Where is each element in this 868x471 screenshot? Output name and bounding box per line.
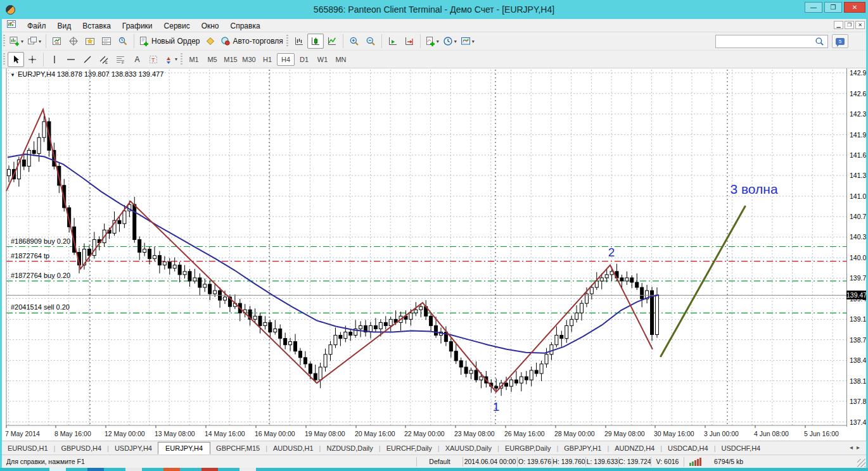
timeframe-button-M5[interactable]: M5 [203, 53, 221, 66]
chart-tab-GBPUSD,H4[interactable]: GBPUSD,H4 [55, 443, 107, 454]
chart-tab-NZDUSD,Daily[interactable]: NZDUSD,Daily [321, 443, 378, 454]
text-tool-button[interactable]: A [129, 52, 145, 67]
new-order-button[interactable]: Новый Ордер [137, 34, 201, 49]
order-line-label[interactable]: #1872764 buy 0.20 [11, 272, 70, 279]
timeframe-button-H4[interactable]: H4 [277, 53, 295, 66]
taskbar-icon[interactable] [163, 468, 180, 471]
taskbar-icon[interactable] [87, 468, 104, 471]
menu-item-Окно[interactable]: Окно [196, 20, 225, 32]
chart-tab-USDJPY,H4[interactable]: USDJPY,H4 [109, 443, 158, 454]
chart-tab-EURJPY,H4[interactable]: EURJPY,H4 [158, 442, 210, 455]
order-line-label[interactable]: #1872764 tp [11, 252, 49, 260]
taskbar-icon[interactable] [125, 468, 142, 471]
chart-tab-USDCHF,H4[interactable]: USDCHF,H4 [716, 443, 767, 454]
time-axis-label: 5 Jun 16:00 [804, 430, 839, 437]
menu-item-Вставка[interactable]: Вставка [77, 20, 117, 32]
chart-tab-XAUUSD,Daily[interactable]: XAUUSD,Daily [440, 443, 497, 454]
chart-tab-USDCAD,H4[interactable]: USDCAD,H4 [662, 443, 714, 454]
terminal-button[interactable] [98, 34, 115, 49]
chart-tab-AUDUSD,H1[interactable]: AUDUSD,H1 [267, 443, 319, 454]
menu-item-Файл[interactable]: Файл [22, 20, 52, 32]
timeframe-button-M30[interactable]: M30 [240, 53, 258, 66]
taskbar-icon[interactable] [239, 468, 256, 471]
new-chart-button[interactable]: ▾ [8, 34, 25, 49]
channel-tool-button[interactable]: E [96, 52, 112, 67]
search-icon[interactable] [815, 37, 824, 49]
fibonacci-tool-button[interactable]: F [112, 52, 129, 67]
toolbar-grip[interactable] [286, 35, 288, 47]
child-minimize-button[interactable]: ▁ [834, 21, 843, 29]
market-watch-button[interactable] [49, 34, 65, 49]
menu-item-Справка[interactable]: Справка [225, 20, 266, 32]
data-window-button[interactable] [65, 34, 82, 49]
chart-tab-GBPJPY,H1[interactable]: GBPJPY,H1 [558, 443, 607, 454]
navigator-button[interactable] [82, 34, 98, 49]
price-axis-label: 142.320 [850, 110, 868, 118]
order-line-label[interactable]: #2041514 sell 0.20 [11, 303, 70, 311]
metaeditor-button[interactable] [202, 34, 219, 49]
price-scale[interactable] [846, 68, 866, 427]
timeframe-button-M15[interactable]: M15 [222, 53, 239, 66]
periods-button[interactable]: ▾ [441, 34, 459, 49]
timeframe-button-D1[interactable]: D1 [295, 53, 313, 66]
timeframe-button-M1[interactable]: M1 [185, 53, 203, 66]
fibonacci-icon: F [115, 54, 125, 65]
auto-scroll-button[interactable] [385, 34, 401, 49]
arrows-tool-button[interactable]: ▾ [162, 52, 179, 67]
bar-chart-button[interactable] [291, 34, 307, 49]
taskbar-icon[interactable] [49, 468, 66, 471]
menu-item-Сервис[interactable]: Сервис [158, 20, 196, 32]
chart-tab-EURCHF,Daily[interactable]: EURCHF,Daily [381, 443, 438, 454]
timeframe-button-W1[interactable]: W1 [314, 53, 331, 66]
chart-tab-EURUSD,H1[interactable]: EURUSD,H1 [2, 443, 54, 454]
child-close-button[interactable]: ✕ [855, 21, 865, 29]
minimize-button[interactable]: — [805, 2, 822, 13]
new-order-label: Новый Ордер [151, 37, 200, 46]
wave-annotation[interactable]: 2 [608, 246, 615, 260]
text-label-tool-button[interactable]: T [145, 52, 162, 67]
wave-annotation[interactable]: 1 [493, 400, 500, 414]
current-price-badge: 139.477 [846, 291, 867, 299]
toolbar-grip[interactable] [181, 53, 182, 66]
restore-button[interactable]: ❐ [824, 2, 842, 13]
child-restore-button[interactable]: ❐ [845, 21, 854, 29]
toolbar-grip[interactable] [3, 35, 5, 47]
chart-tab-AUDNZD,H4[interactable]: AUDNZD,H4 [609, 443, 660, 454]
trendline-tool-button[interactable] [79, 52, 96, 67]
chart-tab-GBPCHF,M15[interactable]: GBPCHF,M15 [210, 443, 265, 454]
menu-item-Графики[interactable]: Графики [117, 20, 158, 32]
crosshair-tool-button[interactable] [24, 52, 41, 67]
application-window: 565896: Panteon Client Terminal - Демо С… [0, 0, 868, 471]
taskbar-icon[interactable] [201, 468, 218, 471]
wave-annotation[interactable]: 3 волна [730, 182, 777, 197]
chart-shift-button[interactable] [401, 34, 418, 49]
horizontal-line-tool-button[interactable] [63, 52, 79, 67]
toolbar-grip[interactable] [3, 53, 5, 66]
chart-tab-EURGBP,Daily[interactable]: EURGBP,Daily [499, 443, 557, 454]
menu-item-Вид[interactable]: Вид [52, 20, 77, 32]
chart-profiles-button[interactable]: ▾ [25, 34, 43, 49]
candlestick-chart-button[interactable] [307, 34, 324, 49]
line-chart-button[interactable] [324, 34, 340, 49]
resize-grip[interactable] [857, 459, 865, 467]
order-line-label[interactable]: #1868909 buy 0.20 [11, 237, 70, 245]
profile-selector[interactable]: Default [416, 457, 463, 467]
timeframe-button-H1[interactable]: H1 [258, 53, 276, 66]
vertical-line-tool-button[interactable] [46, 52, 63, 67]
search-input[interactable] [715, 35, 828, 48]
collapse-triangle-icon[interactable]: ▼ [10, 72, 15, 78]
terminal-panel-icon [101, 36, 112, 46]
tab-scroll-arrows[interactable]: ◂▸ [850, 444, 864, 451]
zoom-out-button[interactable] [362, 34, 379, 49]
chart-background[interactable] [2, 68, 866, 441]
timeframe-button-MN[interactable]: MN [332, 53, 350, 66]
indicators-button[interactable]: ▾ [423, 34, 441, 49]
close-button[interactable]: ✕ [844, 2, 865, 13]
cursor-tool-button[interactable] [8, 52, 24, 67]
templates-button[interactable]: ▾ [459, 34, 476, 49]
zoom-in-button[interactable] [346, 34, 362, 49]
autotrading-button[interactable]: Авто-торговля [219, 34, 285, 49]
strategy-tester-button[interactable] [115, 34, 131, 49]
metaeditor-icon [205, 36, 215, 46]
notifications-button[interactable]: 5 [832, 34, 848, 48]
